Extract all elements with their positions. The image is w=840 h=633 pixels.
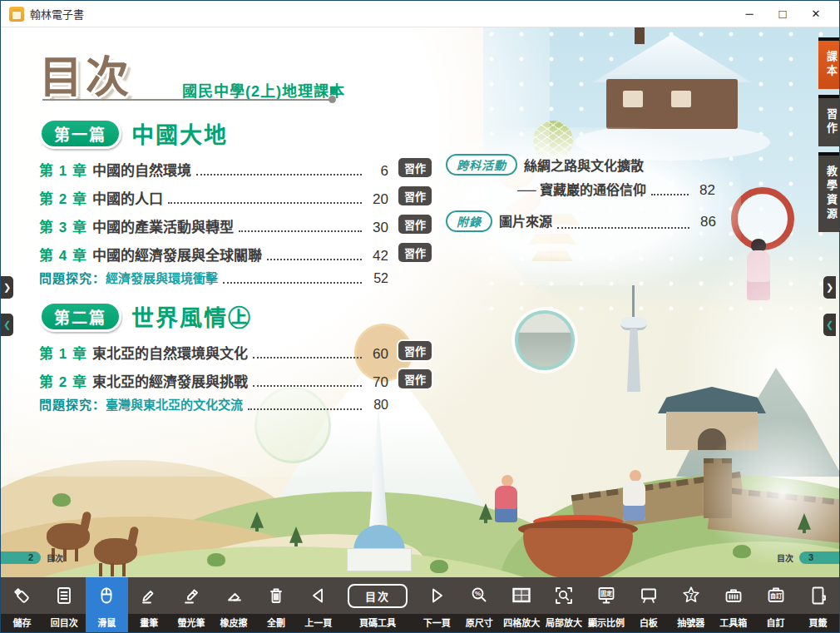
illustration-person [495,486,517,522]
illustration-person [630,470,641,482]
book-page-stage: 目次 國民中學(2上)地理課本 第一篇 中國大地 第 1 章 中國的自然環境 6… [1,27,839,578]
trash-icon [265,577,287,614]
bottom-toolbar: 儲存 回目次 滑鼠 畫筆 螢光筆 [1,577,839,632]
illustration-monument-base [347,548,412,571]
dot-leader [253,385,362,387]
app-logo-icon [9,7,24,22]
right-panel-collapse-button[interactable]: ❮ [823,314,836,336]
illustration-photo-vignette [515,310,575,370]
section-title: 中國大地 [131,117,228,150]
workbook-badge[interactable]: 習作 [398,341,432,360]
tab-textbook[interactable]: 課本 [818,37,839,89]
toc-row-explore[interactable]: 問題探究： 臺灣與東北亞的文化交流 80 [39,395,388,413]
page-number-tool-button[interactable]: 目次 頁碼工具 [339,577,416,632]
extra-entry[interactable]: 附錄 圖片來源 86 [446,210,716,232]
illustration-camel [94,538,137,565]
original-size-button[interactable]: % 原尺寸 [458,577,501,632]
custom-box-icon: 自訂 [765,577,787,614]
toc-left-column: 第一篇 中國大地 第 1 章 中國的自然環境 6 習作 第 2 章 中國的人口 … [39,119,388,413]
workbook-badge[interactable]: 習作 [398,158,432,177]
previous-page-button[interactable]: 上一頁 [297,577,339,632]
bush-icon [52,493,71,507]
close-button[interactable]: ✕ [799,2,833,27]
toc-row[interactable]: 第 1 章 中國的自然環境 6 習作 [39,159,388,179]
toc-row[interactable]: 第 4 章 中國的經濟發展與全球關聯 42 習作 [39,244,388,264]
tab-teaching-resources[interactable]: 教學資源 [818,152,839,232]
left-panel-collapse-button[interactable]: ❮ [1,314,13,336]
svg-text:%: % [475,590,481,597]
right-page-label: 目次 [777,551,793,564]
toc-row[interactable]: 第 2 章 中國的人口 20 習作 [39,187,388,207]
workbook-badge[interactable]: 習作 [398,186,432,205]
illustration-chimney [635,27,645,44]
explore-prefix: 問題探究： [39,395,106,413]
illustration-house-window [623,91,643,107]
page-number: 42 [367,248,388,265]
chapter-prefix: 第 2 章 [39,187,92,208]
workbook-badge[interactable]: 習作 [398,369,432,388]
tab-workbook[interactable]: 習作 [818,95,839,146]
title-rule-square [330,87,337,93]
right-panel-expand-button[interactable]: ❯ [823,276,836,299]
eraser-tool-button[interactable]: 橡皮擦 [213,577,255,632]
toc-row[interactable]: 第 2 章 東北亞的經濟發展與挑戰 70 習作 [39,370,388,390]
illustration-seoul-tower [632,285,635,320]
page-tabs-button[interactable]: 頁籤 [797,577,839,632]
window-controls: ─ □ ✕ [733,2,833,27]
mouse-tool-button[interactable]: 滑鼠 [86,577,128,632]
section-header: 第一篇 中國大地 [39,119,388,147]
workbook-badge[interactable]: 習作 [398,243,432,262]
left-panel-expand-button[interactable]: ❯ [1,276,13,299]
number-picker-button[interactable]: 7 抽號器 [670,577,712,632]
dot-leader [239,230,362,232]
minimize-button[interactable]: ─ [733,2,766,27]
chapter-title: 中國的產業活動與轉型 [92,215,234,236]
page-number: 80 [367,398,388,413]
highlighter-tool-button[interactable]: 螢光筆 [170,577,213,632]
bush-icon [733,545,751,558]
toc-row-explore[interactable]: 問題探究： 經濟發展與環境衝擊 52 [39,269,388,287]
quad-zoom-button[interactable]: 四格放大 [501,577,543,632]
right-page-footer: 目次 3 [777,551,839,564]
zoom-percent-icon: % [468,577,490,614]
display-ratio-monitor-icon: 固定 [595,577,617,614]
bush-icon [207,553,225,566]
toc-row[interactable]: 第 1 章 東北亞的自然環境與文化 60 習作 [39,342,388,362]
toc-row[interactable]: 第 3 章 中國的產業活動與轉型 30 習作 [39,215,388,235]
back-to-toc-button[interactable]: 回目次 [43,577,86,632]
custom-tools-button[interactable]: 自訂 自訂 [754,577,797,632]
toc-list-icon [53,577,75,614]
next-page-button[interactable]: 下一頁 [416,577,458,632]
svg-text:自訂: 自訂 [770,592,782,600]
workbook-badge[interactable]: 習作 [398,215,432,234]
whiteboard-button[interactable]: 白板 [627,577,670,632]
page-number: 60 [367,346,388,363]
section-header: 第二篇 世界風情㊤ [39,302,388,330]
illustration-seoul-tower [620,317,647,330]
page-number: 52 [367,271,388,286]
display-ratio-button[interactable]: 固定 顯示比例 [586,577,628,632]
chapter-prefix: 第 2 章 [39,370,92,391]
toolbox-icon [723,577,744,614]
chapter-prefix: 第 4 章 [39,244,92,265]
illustration-person [502,475,513,487]
pen-icon [138,577,160,614]
svg-text:7: 7 [689,591,693,600]
pen-tool-button[interactable]: 畫筆 [128,577,170,632]
save-button[interactable]: 儲存 [1,577,43,632]
page-number-box-icon: 目次 [348,577,408,614]
chapter-prefix: 第 1 章 [39,159,92,180]
quad-zoom-icon [511,577,532,614]
page-number: 6 [367,163,388,180]
mouse-icon [96,577,117,614]
bookmark-book-icon [808,577,829,614]
maximize-button[interactable]: □ [766,2,799,27]
highlighter-icon [180,577,202,614]
right-page-number-pill: 3 [799,551,839,564]
extra-entry[interactable]: 跨科活動 絲綢之路與文化擴散 ── 寶藏巖的通俗信仰 82 [446,154,716,199]
region-zoom-button[interactable]: 局部放大 [543,577,586,632]
toolbox-button[interactable]: 工具箱 [712,577,754,632]
dot-leader [248,408,362,410]
dot-leader [253,357,362,359]
delete-all-button[interactable]: 全刪 [254,577,297,632]
